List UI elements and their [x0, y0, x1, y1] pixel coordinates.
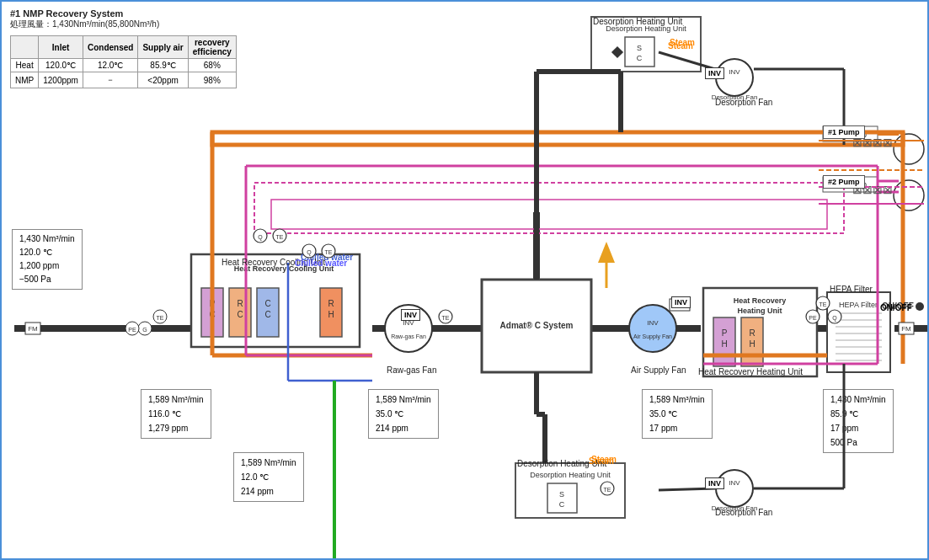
info-table: Inlet Condensed Supply air recoveryeffic… [10, 35, 237, 88]
svg-rect-26 [713, 317, 735, 366]
svg-rect-56 [515, 463, 625, 518]
inv-desorption-top: INV [705, 67, 724, 79]
diagram: #1 NMP Recovery System 処理風量：1,430Nm³/min… [2, 2, 929, 560]
svg-text:Heat Recovery: Heat Recovery [734, 296, 787, 305]
svg-point-114 [816, 296, 830, 310]
svg-text:Q: Q [307, 249, 312, 256]
svg-text:R: R [749, 328, 755, 338]
svg-point-112 [806, 310, 820, 323]
svg-rect-14 [229, 288, 251, 337]
svg-point-100 [273, 229, 286, 243]
svg-text:P: P [210, 299, 216, 308]
svg-text:TE: TE [276, 234, 284, 240]
svg-text:TE: TE [820, 301, 827, 307]
svg-point-120 [138, 322, 152, 335]
col-header-empty [11, 36, 39, 59]
heat-recovery-heating-label: Heat Recovery Heating Unit [698, 367, 803, 376]
svg-point-68 [894, 134, 924, 164]
svg-text:Air Supply Fan: Air Supply Fan [633, 333, 672, 340]
svg-point-129 [916, 302, 924, 311]
svg-text:Q: Q [258, 234, 263, 241]
pump1-label: #1 Pump [823, 125, 865, 139]
fb2-temp: 35.0 ℃ [376, 407, 431, 421]
row-nmp-condensed: － [83, 72, 137, 88]
fb3-flow: 1,589 Nm³/min [241, 456, 296, 470]
svg-text:HEPA Filter: HEPA Filter [839, 301, 878, 309]
svg-point-110 [601, 482, 614, 495]
svg-rect-126 [899, 323, 914, 334]
col-header-recovery: recoveryefficiency [188, 36, 236, 59]
svg-text:Heating Unit: Heating Unit [738, 307, 782, 315]
svg-text:FM: FM [901, 325, 911, 333]
fb5-pressure: 500 Pa [830, 435, 886, 450]
flow-box-5: 1,430 Nm³/min 85.9 ℃ 17 ppm 500 Pa [823, 389, 894, 453]
svg-point-71 [894, 180, 924, 211]
col-header-condensed: Condensed [83, 36, 137, 59]
onoff-label: ON/OFF [880, 303, 912, 312]
steam-bot-label: Steam [589, 456, 614, 466]
svg-rect-23 [703, 288, 817, 376]
svg-text:Admat® C System: Admat® C System [500, 321, 574, 330]
inlet-flow: 1,430 Nm³/min [19, 232, 75, 246]
svg-text:S: S [559, 490, 564, 499]
svg-rect-9 [191, 254, 360, 347]
svg-text:TE: TE [604, 487, 611, 493]
row-nmp-label: NMP [11, 72, 39, 88]
svg-rect-83 [271, 200, 827, 229]
row-heat-supply: 85.9℃ [138, 59, 188, 72]
hepa-filter-label: HEPA Filter [830, 285, 873, 294]
inlet-data-box: 1,430 Nm³/min 120.0 ℃ 1,200 ppm −500 Pa [12, 229, 83, 290]
svg-line-94 [659, 52, 715, 69]
svg-text:H: H [328, 310, 334, 319]
main-title: #1 NMP Recovery System [10, 8, 159, 19]
row-heat-inlet: 120.0℃ [39, 59, 83, 72]
row-nmp-supply: <20ppm [138, 72, 188, 88]
inlet-ppm: 1,200 ppm [19, 259, 75, 273]
inv-raw-gas: INV [401, 309, 420, 321]
inv-air-supply: INV [671, 296, 691, 308]
inv-desorption-bot: INV [705, 477, 724, 489]
flow-box-1: 1,589 Nm³/min 116.0 ℃ 1,279 ppm [141, 389, 211, 439]
title-area: #1 NMP Recovery System 処理風量：1,430Nm³/min… [10, 8, 159, 30]
svg-text:INV: INV [729, 68, 740, 76]
svg-text:C: C [264, 299, 270, 308]
svg-rect-17 [257, 288, 279, 337]
fb3-temp: 12.0 ℃ [241, 470, 296, 484]
flow-box-3: 1,589 Nm³/min 12.0 ℃ 214 ppm [233, 452, 304, 502]
fb4-temp: 35.0 ℃ [649, 407, 705, 421]
svg-point-106 [302, 244, 316, 258]
fb4-ppm: 17 ppm [649, 421, 705, 435]
svg-rect-118 [25, 323, 40, 334]
fb3-ppm: 214 ppm [241, 484, 296, 499]
svg-text:H: H [721, 339, 727, 349]
svg-rect-58 [547, 483, 577, 513]
svg-point-122 [153, 310, 167, 323]
flow-box-2: 1,589 Nm³/min 35.0 ℃ 214 ppm [368, 389, 439, 439]
steam-top-label: Steam [668, 41, 693, 51]
flow-box-4: 1,589 Nm³/min 35.0 ℃ 17 ppm [642, 389, 713, 439]
svg-rect-7 [482, 280, 591, 372]
svg-point-104 [254, 229, 267, 243]
row-heat-recovery: 68% [188, 59, 236, 72]
svg-text:R: R [237, 299, 243, 308]
air-supply-fan-label: Air Supply Fan [631, 365, 686, 375]
svg-text:TE: TE [442, 315, 450, 321]
fb2-flow: 1,589 Nm³/min [376, 392, 431, 407]
svg-text:Q: Q [832, 315, 837, 322]
svg-rect-72 [212, 132, 903, 145]
svg-text:P: P [722, 328, 728, 338]
svg-text:INV: INV [647, 319, 659, 327]
fb1-ppm: 1,279 ppm [148, 421, 204, 435]
svg-text:H: H [749, 339, 755, 349]
fb2-ppm: 214 ppm [376, 421, 431, 435]
col-header-inlet: Inlet [39, 36, 83, 59]
chilled-water-label: Chilled water [295, 259, 347, 268]
svg-rect-50 [625, 37, 654, 67]
svg-marker-132 [598, 242, 615, 263]
svg-text:PE: PE [128, 327, 136, 333]
row-heat-label: Heat [11, 59, 39, 72]
svg-text:TE: TE [157, 315, 164, 321]
svg-text:G: G [142, 327, 147, 333]
fb5-temp: 85.9 ℃ [830, 407, 886, 421]
svg-rect-82 [254, 183, 844, 233]
